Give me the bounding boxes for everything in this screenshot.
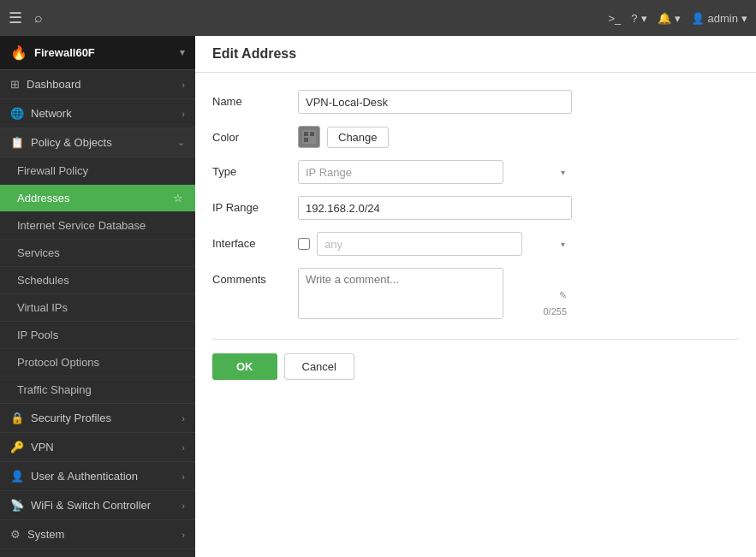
sidebar-item-label: Network — [31, 107, 72, 120]
sidebar-header-left: 🔥 Firewall60F — [10, 44, 95, 61]
vpn-icon: 🔑 — [10, 441, 24, 453]
menu-icon[interactable]: ☰ — [9, 9, 22, 27]
dashboard-arrow: › — [182, 80, 185, 90]
main-layout: 🔥 Firewall60F ▾ ⊞ Dashboard › 🌐 Network … — [0, 36, 756, 557]
terminal-icon: >_ — [609, 12, 622, 25]
firewall-device-icon: 🔥 — [10, 44, 27, 61]
interface-label: Interface — [212, 232, 298, 250]
sidebar-item-system[interactable]: ⚙ System › — [0, 520, 195, 549]
sidebar-item-label: WiFi & Switch Controller — [31, 499, 151, 512]
ip-range-input[interactable] — [298, 196, 572, 220]
search-icon[interactable]: ⌕ — [34, 10, 43, 26]
edit-icon: ✎ — [559, 290, 567, 301]
wifi-arrow: › — [182, 501, 185, 511]
policy-arrow: ⌄ — [177, 137, 185, 148]
admin-user-icon: 👤 — [691, 12, 705, 25]
type-label: Type — [212, 160, 298, 178]
sidebar-item-wifi-switch[interactable]: 📡 WiFi & Switch Controller › — [0, 491, 195, 520]
interface-select[interactable]: any port1 port2 — [317, 232, 522, 256]
sidebar-item-security-fabric[interactable]: ◈ Security Fabric › — [0, 549, 195, 557]
sidebar-item-vpn[interactable]: 🔑 VPN › — [0, 433, 195, 462]
sidebar-item-security-profiles[interactable]: 🔒 Security Profiles › — [0, 404, 195, 433]
sidebar-sub-item-ip-pools[interactable]: IP Pools — [0, 322, 195, 349]
form-row-comments: Comments ✎ 0/255 — [212, 268, 739, 322]
ok-button[interactable]: OK — [212, 353, 277, 380]
topbar-left: ☰ ⌕ — [9, 9, 43, 27]
help-chevron: ▾ — [641, 12, 647, 25]
name-input[interactable] — [298, 90, 572, 114]
content-body: Name Color — [195, 73, 756, 557]
sidebar-item-label: VPN — [31, 441, 54, 453]
sidebar-sub-item-traffic-shaping[interactable]: Traffic Shaping — [0, 376, 195, 404]
color-swatch-icon — [302, 130, 316, 144]
interface-select-arrow: ▾ — [561, 240, 565, 249]
cancel-button[interactable]: Cancel — [284, 353, 354, 380]
sidebar-item-policy-objects[interactable]: 📋 Policy & Objects ⌄ — [0, 128, 195, 157]
sidebar-device-header[interactable]: 🔥 Firewall60F ▾ — [0, 36, 195, 70]
name-label: Name — [212, 90, 298, 108]
wifi-icon: 📡 — [10, 499, 24, 512]
sidebar-item-label: System — [27, 528, 64, 541]
security-profiles-arrow: › — [182, 413, 185, 424]
network-arrow: › — [182, 109, 185, 119]
type-control: IP Range Subnet FQDN Geography ▾ — [298, 160, 572, 184]
type-select-arrow: ▾ — [561, 168, 565, 177]
sidebar-item-user-auth[interactable]: 👤 User & Authentication › — [0, 462, 195, 491]
sidebar-sub-item-services[interactable]: Services — [0, 240, 195, 267]
bell-icon: 🔔 — [658, 12, 671, 25]
vpn-arrow: › — [182, 442, 185, 453]
name-control — [298, 90, 572, 114]
svg-rect-2 — [310, 132, 314, 136]
user-auth-arrow: › — [182, 471, 185, 482]
color-swatch[interactable] — [298, 126, 320, 148]
device-name: Firewall60F — [34, 46, 95, 59]
color-label: Color — [212, 126, 298, 144]
color-row: Change — [298, 126, 572, 148]
help-button[interactable]: ? ▾ — [631, 12, 646, 25]
schedules-label: Schedules — [17, 274, 69, 287]
policy-icon: 📋 — [10, 136, 24, 149]
traffic-shaping-label: Traffic Shaping — [17, 383, 92, 396]
form-row-ip-range: IP Range — [212, 196, 739, 220]
comments-control: ✎ 0/255 — [298, 268, 572, 322]
comments-textarea[interactable] — [298, 268, 503, 319]
addresses-label: Addresses — [17, 192, 69, 204]
sidebar-sub-item-internet-service-db[interactable]: Internet Service Database — [0, 212, 195, 240]
sidebar-sub-item-schedules[interactable]: Schedules — [0, 267, 195, 294]
ip-range-control — [298, 196, 572, 220]
sidebar-item-label: Security Profiles — [31, 412, 111, 424]
sidebar-item-label: Dashboard — [27, 78, 81, 91]
sidebar-sub-item-virtual-ips[interactable]: Virtual IPs — [0, 294, 195, 322]
page-title: Edit Address — [195, 36, 756, 73]
svg-rect-1 — [304, 132, 308, 136]
sidebar-item-network[interactable]: 🌐 Network › — [0, 99, 195, 128]
interface-checkbox[interactable] — [298, 238, 310, 250]
addresses-star-icon[interactable]: ☆ — [173, 192, 183, 204]
dashboard-icon: ⊞ — [10, 78, 20, 91]
internet-service-label: Internet Service Database — [17, 219, 146, 232]
admin-chevron: ▾ — [741, 12, 747, 25]
svg-rect-4 — [310, 138, 314, 142]
system-icon: ⚙ — [10, 528, 21, 541]
security-profiles-icon: 🔒 — [10, 412, 24, 424]
device-chevron: ▾ — [180, 47, 185, 58]
sidebar-sub-item-addresses[interactable]: Addresses ☆ — [0, 185, 195, 212]
form-buttons: OK Cancel — [212, 339, 739, 380]
form-row-name: Name — [212, 90, 739, 114]
terminal-button[interactable]: >_ — [609, 12, 622, 25]
admin-button[interactable]: 👤 admin ▾ — [691, 12, 747, 25]
type-select[interactable]: IP Range Subnet FQDN Geography — [298, 160, 503, 184]
sidebar-item-label: User & Authentication — [31, 470, 138, 483]
sidebar-sub-item-protocol-options[interactable]: Protocol Options — [0, 349, 195, 376]
bell-button[interactable]: 🔔 ▾ — [658, 12, 681, 25]
firewall-policy-label: Firewall Policy — [17, 164, 88, 177]
network-icon: 🌐 — [10, 107, 24, 120]
comments-label: Comments — [212, 268, 298, 286]
sidebar-sub-item-firewall-policy[interactable]: Firewall Policy — [0, 157, 195, 185]
services-label: Services — [17, 246, 60, 259]
ip-range-label: IP Range — [212, 196, 298, 214]
form-row-type: Type IP Range Subnet FQDN Geography ▾ — [212, 160, 739, 184]
system-arrow: › — [182, 530, 185, 540]
change-color-button[interactable]: Change — [327, 127, 389, 148]
sidebar-item-dashboard[interactable]: ⊞ Dashboard › — [0, 70, 195, 99]
